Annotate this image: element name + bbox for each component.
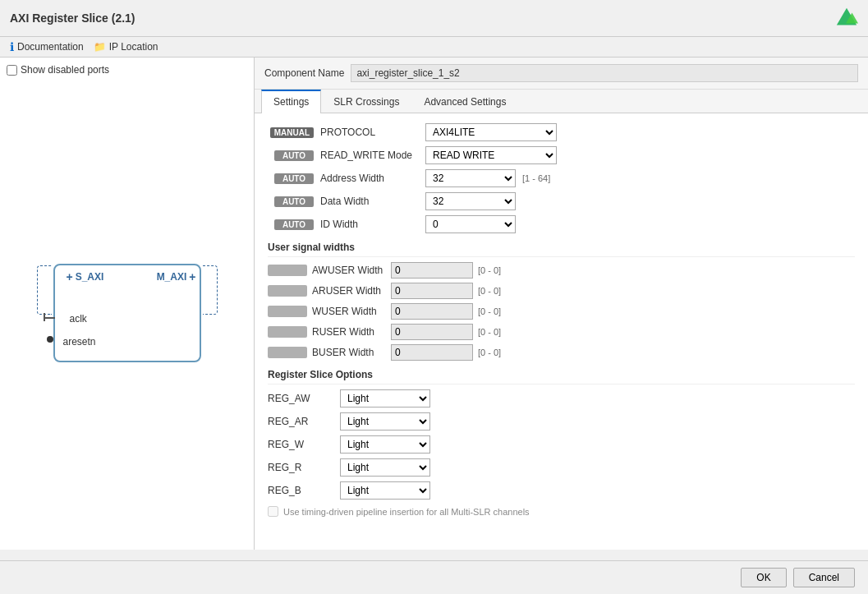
reg-aw-label: REG_AW (268, 393, 333, 404)
buser-row: BUSER Width [0 - 0] (268, 344, 855, 361)
addr-width-row: AUTO Address Width 32 64 16 [1 - 64] (268, 169, 855, 187)
reg-r-label: REG_R (268, 462, 333, 473)
aruser-input[interactable] (391, 283, 473, 299)
reg-ar-select[interactable]: LightFullOffForwardReverse (340, 412, 430, 431)
awuser-label: AWUSER Width (312, 265, 386, 276)
component-name-value: axi_register_slice_1_s2 (351, 64, 858, 82)
awuser-badge (268, 265, 307, 276)
rw-mode-label: READ_WRITE Mode (320, 150, 419, 161)
reg-b-row: REG_B LightFullOffForwardReverse (268, 481, 855, 500)
wuser-row: WUSER Width [0 - 0] (268, 303, 855, 320)
buser-badge (268, 347, 307, 358)
addr-range: [1 - 64] (522, 173, 550, 183)
reg-w-row: REG_W LightFullOffForwardReverse (268, 435, 855, 454)
reg-r-row: REG_R LightFullOffForwardReverse (268, 458, 855, 477)
right-panel: Component Name axi_register_slice_1_s2 S… (255, 58, 868, 550)
aruser-label: ARUSER Width (312, 285, 386, 297)
id-width-row: AUTO ID Width 0 1 2 4 (268, 215, 855, 233)
diagram-area: + S_AXI M_AXI + aclk are (7, 82, 247, 543)
m-axi-label: M_AXI + (157, 270, 196, 283)
aclk-label: aclk (70, 313, 87, 325)
show-disabled-label: Show disabled ports (21, 64, 109, 76)
protocol-badge: MANUAL (270, 127, 314, 138)
cancel-button[interactable]: Cancel (793, 568, 855, 587)
protocol-row: MANUAL PROTOCOL AXI4LITE AXI4 AXI3 (268, 123, 855, 141)
rw-mode-row: AUTO READ_WRITE Mode READ WRITE READ ONL… (268, 146, 855, 164)
component-name-label: Component Name (264, 67, 344, 79)
tab-settings[interactable]: Settings (261, 90, 321, 113)
left-bracket (37, 265, 52, 315)
addr-width-select[interactable]: 32 64 16 (425, 169, 516, 187)
tab-advanced-settings[interactable]: Advanced Settings (411, 90, 518, 113)
ruser-input[interactable] (391, 324, 473, 340)
buser-range: [0 - 0] (478, 348, 501, 357)
ip-location-button[interactable]: 📁 IP Location (94, 41, 158, 53)
reg-options-title: Register Slice Options (268, 369, 855, 384)
reg-w-select[interactable]: LightFullOffForwardReverse (340, 435, 430, 454)
aruser-badge (268, 285, 307, 297)
left-panel: Show disabled ports + S_AXI M_AXI + (0, 58, 255, 550)
aresetn-label: aresetn (63, 336, 96, 348)
id-badge: AUTO (274, 219, 314, 230)
user-signal-section-title: User signal widths (268, 242, 855, 257)
reg-ar-row: REG_AR LightFullOffForwardReverse (268, 412, 855, 431)
data-label: Data Width (320, 196, 419, 207)
s-axi-label: + S_AXI (67, 270, 104, 283)
title-bar: AXI Register Slice (2.1) (0, 0, 868, 37)
wuser-badge (268, 306, 307, 317)
ruser-badge (268, 326, 307, 338)
awuser-input[interactable] (391, 262, 473, 279)
rw-mode-badge: AUTO (274, 150, 314, 161)
show-disabled-checkbox[interactable] (7, 65, 17, 76)
wuser-range: [0 - 0] (478, 306, 501, 316)
data-width-row: AUTO Data Width 32 64 128 (268, 192, 855, 210)
doc-label: Documentation (17, 41, 84, 53)
rw-mode-select[interactable]: READ WRITE READ ONLY WRITE ONLY (425, 146, 557, 164)
data-width-select[interactable]: 32 64 128 (425, 192, 516, 210)
ruser-row: RUSER Width [0 - 0] (268, 324, 855, 340)
reg-r-select[interactable]: LightFullOffForwardReverse (340, 458, 430, 477)
footer-bar: OK Cancel (0, 560, 868, 594)
doc-button[interactable]: ℹ Documentation (10, 40, 84, 53)
addr-badge: AUTO (274, 173, 314, 184)
awuser-range: [0 - 0] (478, 265, 501, 275)
data-badge: AUTO (274, 196, 314, 207)
protocol-select[interactable]: AXI4LITE AXI4 AXI3 (425, 123, 557, 141)
awuser-row: AWUSER Width [0 - 0] (268, 262, 855, 279)
timing-checkbox[interactable] (268, 506, 278, 517)
ruser-range: [0 - 0] (478, 327, 501, 337)
reg-aw-row: REG_AW LightFullOffForwardReverse (268, 389, 855, 408)
timing-checkbox-row: Use timing-driven pipeline insertion for… (268, 506, 855, 517)
aruser-range: [0 - 0] (478, 286, 501, 296)
aruser-row: ARUSER Width [0 - 0] (268, 283, 855, 299)
ok-button[interactable]: OK (741, 568, 786, 587)
window-title: AXI Register Slice (2.1) (10, 12, 135, 25)
id-width-select[interactable]: 0 1 2 4 (425, 215, 516, 233)
reg-b-label: REG_B (268, 485, 333, 496)
protocol-label: PROTOCOL (320, 127, 419, 138)
buser-input[interactable] (391, 344, 473, 361)
buser-label: BUSER Width (312, 347, 386, 358)
wuser-input[interactable] (391, 303, 473, 320)
logo-icon (835, 7, 858, 30)
ip-location-label: IP Location (109, 41, 158, 53)
id-label: ID Width (320, 219, 419, 230)
right-bracket (203, 265, 218, 315)
settings-content: MANUAL PROTOCOL AXI4LITE AXI4 AXI3 AUTO … (255, 113, 868, 527)
reg-ar-label: REG_AR (268, 416, 333, 427)
component-name-row: Component Name axi_register_slice_1_s2 (255, 58, 868, 90)
tab-slr-crossings[interactable]: SLR Crossings (321, 90, 411, 113)
wuser-label: WUSER Width (312, 306, 386, 317)
toolbar: ℹ Documentation 📁 IP Location (0, 37, 868, 58)
aclk-line (44, 317, 55, 319)
addr-label: Address Width (320, 173, 419, 184)
timing-label: Use timing-driven pipeline insertion for… (283, 507, 530, 517)
reg-aw-select[interactable]: LightFullOffForwardReverse (340, 389, 430, 408)
ruser-label: RUSER Width (312, 326, 386, 338)
aresetn-circle (47, 336, 53, 343)
tabs-row: Settings SLR Crossings Advanced Settings (255, 90, 868, 113)
reg-b-select[interactable]: LightFullOffForwardReverse (340, 481, 430, 500)
info-icon: ℹ (10, 40, 14, 53)
folder-icon: 📁 (94, 41, 106, 53)
ip-diagram: + S_AXI M_AXI + aclk are (21, 247, 234, 379)
